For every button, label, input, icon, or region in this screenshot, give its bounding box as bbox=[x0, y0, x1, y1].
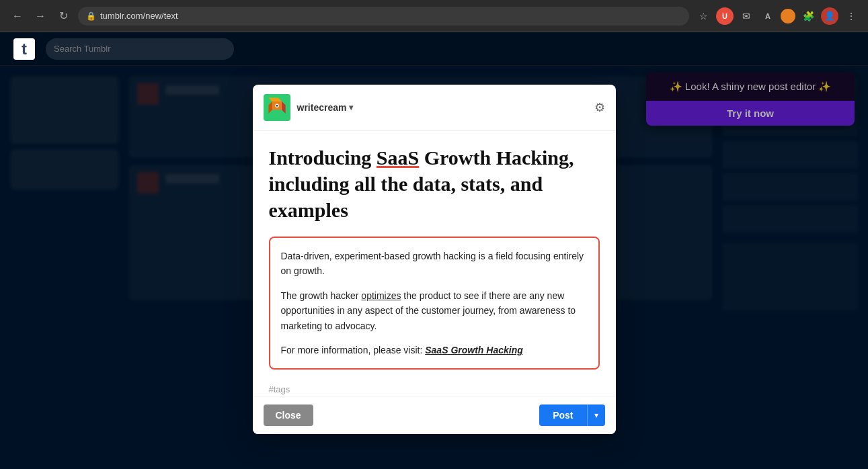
close-button[interactable]: Close bbox=[264, 404, 313, 426]
tumblr-background: t bbox=[0, 32, 868, 469]
post-title-part1: Introducing bbox=[269, 146, 377, 169]
modal-overlay: writecream ▾ ⚙ Introducing SaaS Growth H… bbox=[0, 65, 868, 469]
svg-point-6 bbox=[276, 105, 278, 107]
tumblr-search[interactable] bbox=[46, 38, 234, 60]
forward-button[interactable]: → bbox=[31, 7, 50, 26]
extensions-button[interactable]: 🧩 bbox=[799, 7, 817, 25]
browser-chrome: ← → ↻ 🔒 tumblr.com/new/text ☆ U ✉ A 🧩 👤 … bbox=[0, 0, 868, 32]
post-button-group: Post ▾ bbox=[539, 404, 604, 426]
back-button[interactable]: ← bbox=[8, 7, 27, 26]
modal-avatar bbox=[264, 94, 290, 121]
username-chevron: ▾ bbox=[349, 103, 353, 112]
modal-footer: Close Post ▾ bbox=[253, 396, 616, 434]
menu-button[interactable]: ⋮ bbox=[842, 7, 860, 25]
optimizes-text: optimizes bbox=[361, 290, 401, 301]
post-content-box: Data-driven, experiment-based growth hac… bbox=[269, 237, 600, 370]
modal-header: writecream ▾ ⚙ bbox=[253, 85, 616, 131]
post-button[interactable]: Post bbox=[539, 404, 586, 426]
star-button[interactable]: ☆ bbox=[695, 7, 712, 25]
address-bar[interactable]: 🔒 tumblr.com/new/text bbox=[78, 7, 689, 26]
url-text: tumblr.com/new/text bbox=[100, 11, 178, 21]
modal-body[interactable]: Introducing SaaS Growth Hacking, includi… bbox=[253, 131, 616, 396]
post-arrow-button[interactable]: ▾ bbox=[587, 404, 605, 426]
post-paragraph-2: The growth hacker optimizes the product … bbox=[281, 288, 588, 333]
nav-buttons: ← → ↻ bbox=[8, 7, 73, 26]
refresh-button[interactable]: ↻ bbox=[54, 7, 73, 26]
modal-settings-button[interactable]: ⚙ bbox=[594, 100, 605, 115]
tags-input[interactable]: #tags bbox=[269, 380, 600, 396]
profile-button[interactable]: 👤 bbox=[821, 7, 838, 25]
tumblr-header: t bbox=[0, 32, 868, 66]
post-editor-modal: writecream ▾ ⚙ Introducing SaaS Growth H… bbox=[253, 85, 616, 434]
browser-icons: ☆ U ✉ A 🧩 👤 ⋮ bbox=[695, 7, 860, 25]
tumblr-logo: t bbox=[13, 38, 35, 60]
post-title: Introducing SaaS Growth Hacking, includi… bbox=[269, 144, 600, 223]
modal-username[interactable]: writecream ▾ bbox=[297, 102, 354, 113]
ublock-button[interactable]: U bbox=[716, 7, 734, 25]
post-paragraph-1: Data-driven, experiment-based growth hac… bbox=[281, 249, 588, 279]
cube-svg-icon bbox=[265, 95, 289, 120]
post-paragraph-3: For more information, please visit: SaaS… bbox=[281, 343, 588, 357]
saas-growth-hacking-link[interactable]: SaaS Growth Hacking bbox=[425, 345, 522, 355]
font-button[interactable]: A bbox=[759, 7, 777, 25]
lock-icon: 🔒 bbox=[86, 11, 96, 21]
post-title-saas: SaaS bbox=[377, 146, 419, 169]
colorpicker-button[interactable] bbox=[781, 9, 795, 24]
mail-button[interactable]: ✉ bbox=[738, 7, 755, 25]
